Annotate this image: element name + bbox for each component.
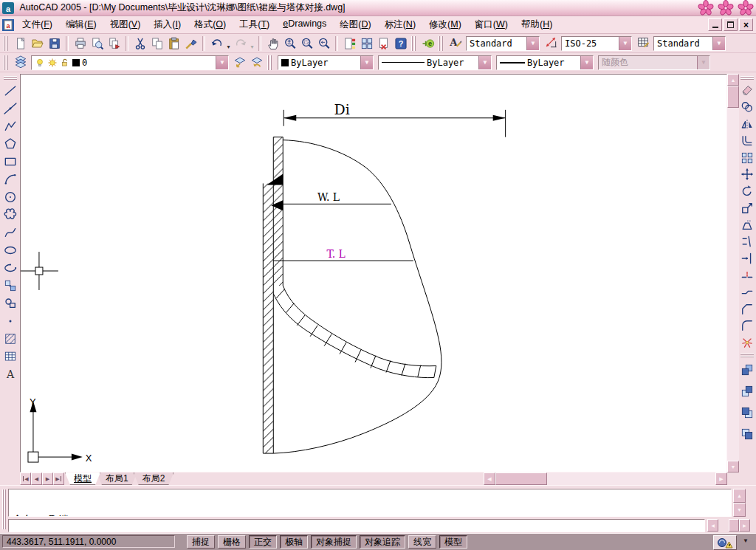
table-style-button[interactable]: [635, 35, 651, 52]
move-button[interactable]: [738, 166, 756, 182]
toolbar-grip[interactable]: [267, 55, 273, 70]
redo-button[interactable]: [233, 35, 249, 52]
scroll-down-button[interactable]: ▼: [727, 461, 739, 472]
coordinate-display[interactable]: 443.3617, 511.1911, 0.0000: [2, 535, 175, 548]
command-input[interactable]: 命令:: [8, 519, 705, 532]
tab-model[interactable]: 模型: [65, 472, 100, 485]
toolbar-grip[interactable]: [740, 354, 754, 358]
match-properties-button[interactable]: [183, 35, 199, 52]
chevron-down-icon[interactable]: ▼: [580, 56, 593, 69]
copy-object-button[interactable]: [738, 99, 756, 115]
layer-on-icon[interactable]: [35, 58, 45, 68]
make-object-layer-current-button[interactable]: [232, 55, 248, 71]
tab-last-button[interactable]: ▶: [53, 472, 64, 485]
construction-line-button[interactable]: [1, 100, 19, 117]
point-button[interactable]: [1, 313, 19, 330]
revision-cloud-button[interactable]: [1, 207, 19, 224]
properties-button[interactable]: [342, 35, 358, 52]
horizontal-scroll-thumb[interactable]: [729, 519, 739, 532]
copy-button[interactable]: [149, 35, 165, 52]
ellipse-button[interactable]: [1, 242, 19, 259]
tab-next-button[interactable]: ▶: [42, 472, 53, 485]
rotate-button[interactable]: [738, 183, 756, 199]
layer-color-swatch[interactable]: [72, 59, 80, 66]
erase-button[interactable]: [738, 82, 756, 98]
break-button[interactable]: [738, 284, 756, 300]
explode-button[interactable]: [738, 334, 756, 351]
bring-to-front-button[interactable]: [738, 361, 756, 379]
horizontal-scroll-track[interactable]: [547, 472, 715, 485]
toolbar-grip[interactable]: [4, 36, 10, 51]
menu-item-edit[interactable]: 编辑(E): [59, 16, 103, 33]
command-history[interactable]: 命令: *取消* 命令: *取消*: [8, 489, 732, 517]
designcenter-button[interactable]: [359, 35, 375, 52]
toolbar-grip[interactable]: [4, 55, 10, 70]
toolbar-grip[interactable]: [4, 76, 17, 80]
layer-freeze-icon[interactable]: [47, 58, 58, 68]
pan-button[interactable]: [265, 35, 281, 52]
spline-button[interactable]: [1, 224, 19, 241]
toggle-osnap[interactable]: 对象捕捉: [311, 535, 357, 549]
paste-button[interactable]: [166, 35, 182, 52]
scroll-left-button[interactable]: ◀: [707, 519, 718, 532]
menu-item-edrawings[interactable]: eDrawings: [276, 16, 333, 33]
mirror-button[interactable]: [738, 116, 756, 132]
fillet-button[interactable]: [738, 317, 756, 334]
title-bar[interactable]: a AutoCAD 2005 - [D:\My Documents\毕业设计\沈…: [0, 0, 756, 16]
save-button[interactable]: [47, 35, 63, 52]
menu-item-view[interactable]: 视图(V): [103, 16, 148, 33]
chevron-down-icon[interactable]: ▼: [478, 56, 491, 69]
scroll-right-button[interactable]: ▶: [739, 519, 750, 532]
scroll-right-button[interactable]: ▶: [715, 472, 727, 485]
text-style-select[interactable]: Standard ▼: [466, 36, 540, 51]
mdi-close-button[interactable]: ×: [739, 18, 753, 31]
toggle-grid[interactable]: 栅格: [218, 535, 246, 549]
status-menu-arrow[interactable]: ▼: [743, 537, 749, 544]
redo-dropdown-arrow[interactable]: ▾: [249, 34, 255, 52]
polyline-button[interactable]: [1, 118, 19, 135]
ellipse-arc-button[interactable]: [1, 260, 19, 277]
menu-item-dimension[interactable]: 标注(N): [378, 16, 422, 33]
undo-dropdown-arrow[interactable]: ▾: [225, 34, 232, 52]
insert-block-button[interactable]: [1, 278, 19, 295]
horizontal-scroll-thumb[interactable]: [495, 472, 547, 485]
tab-prev-button[interactable]: ◀: [31, 472, 42, 485]
menu-item-modify[interactable]: 修改(M): [422, 16, 468, 33]
toolbar-grip[interactable]: [439, 36, 444, 51]
line-button[interactable]: [1, 83, 19, 100]
menu-item-help[interactable]: 帮助(H): [515, 16, 559, 33]
arc-button[interactable]: [1, 171, 19, 188]
menu-item-format[interactable]: 格式(O): [188, 16, 233, 33]
horizontal-scroll-track[interactable]: [718, 519, 729, 532]
cut-button[interactable]: [132, 35, 148, 52]
layer-lock-icon[interactable]: [60, 58, 70, 68]
toggle-lineweight[interactable]: 线宽: [408, 535, 436, 549]
tab-layout2[interactable]: 布局2: [134, 472, 174, 485]
polygon-button[interactable]: [1, 136, 19, 153]
tab-first-button[interactable]: ◀: [20, 472, 31, 485]
plot-preview-button[interactable]: [89, 35, 106, 52]
publish-button[interactable]: [106, 35, 123, 52]
trim-button[interactable]: [738, 233, 756, 250]
drawing-canvas[interactable]: Di W. L T. L Y X: [20, 74, 727, 472]
menu-item-file[interactable]: 文件(F): [16, 16, 59, 33]
zoom-realtime-button[interactable]: [282, 35, 298, 52]
lineweight-select[interactable]: ByLayer ▼: [496, 55, 594, 70]
bring-above-objects-button[interactable]: [738, 404, 756, 422]
mdi-restore-button[interactable]: [724, 18, 738, 31]
make-block-button[interactable]: [1, 295, 19, 312]
scale-button[interactable]: [738, 200, 756, 216]
command-window-grip[interactable]: [2, 489, 7, 529]
undo-button[interactable]: [209, 35, 225, 52]
plot-button[interactable]: [72, 35, 89, 52]
dim-style-button[interactable]: [543, 35, 559, 52]
scroll-up-button[interactable]: ▲: [733, 489, 746, 503]
toggle-snap[interactable]: 捕捉: [187, 535, 215, 549]
break-at-point-button[interactable]: [738, 267, 756, 283]
command-scrollbar[interactable]: ▲ ▼: [733, 489, 746, 517]
mdi-minimize-button[interactable]: [708, 18, 722, 31]
rectangle-button[interactable]: [1, 154, 19, 171]
text-style-button[interactable]: A: [447, 35, 464, 52]
edrawings-button[interactable]: e: [420, 35, 436, 52]
table-style-select[interactable]: Standard ▼: [653, 36, 726, 51]
